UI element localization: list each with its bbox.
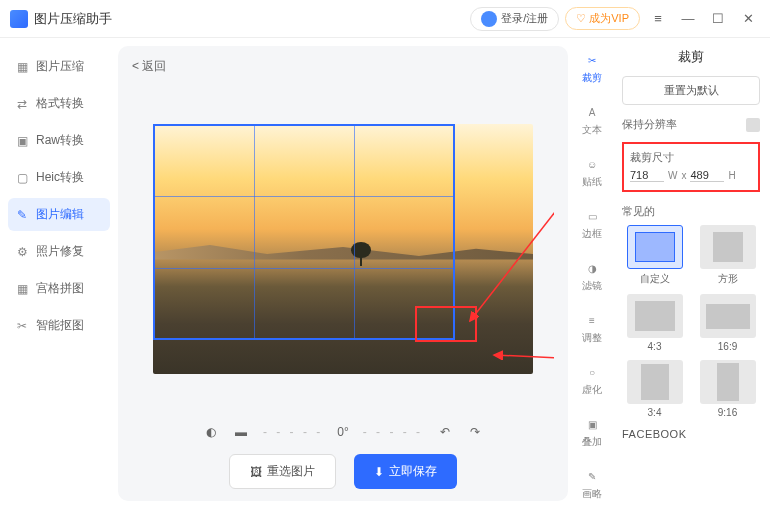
raw-icon: ▣ — [14, 133, 30, 149]
save-button[interactable]: ⬇ 立即保存 — [354, 454, 457, 489]
w-symbol: W — [668, 170, 677, 181]
crop-height-input[interactable] — [690, 169, 724, 182]
image-icon: 🖼 — [250, 465, 262, 479]
keep-ratio-toggle[interactable] — [746, 118, 760, 132]
crop-handle-tr[interactable] — [445, 124, 455, 134]
photo-preview[interactable] — [153, 124, 533, 374]
rail-adjust[interactable]: ≡调整 — [572, 308, 612, 348]
rail-border[interactable]: ▭边框 — [572, 204, 612, 244]
preset-方形[interactable]: 方形 — [695, 225, 760, 286]
login-label: 登录/注册 — [501, 11, 548, 26]
rail-sticker[interactable]: ☺贴纸 — [572, 152, 612, 192]
brush-icon: ✎ — [583, 467, 601, 485]
heart-icon: ♡ — [576, 12, 586, 25]
reselect-button[interactable]: 🖼 重选图片 — [229, 454, 336, 489]
rotation-value: 0° — [337, 425, 348, 439]
x-symbol: x — [681, 170, 686, 181]
sidebar-item-heic[interactable]: ▢Heic转换 — [8, 161, 110, 194]
fit-icon[interactable]: ▬ — [233, 424, 249, 440]
panel-title: 裁剪 — [622, 48, 760, 66]
crop-handle-bl[interactable] — [153, 330, 163, 340]
sidebar-item-format[interactable]: ⇄格式转换 — [8, 87, 110, 120]
vip-button[interactable]: ♡ 成为VIP — [565, 7, 640, 30]
text-icon: A — [583, 103, 601, 121]
sidebar-item-raw[interactable]: ▣Raw转换 — [8, 124, 110, 157]
crop-size-box: 裁剪尺寸 W x H — [622, 142, 760, 192]
canvas-toolbar: ◐ ▬ - - - - - 0° - - - - - ↶ ↷ — [132, 424, 554, 440]
blur-icon: ○ — [583, 363, 601, 381]
preset-9:16[interactable]: 9:16 — [695, 360, 760, 418]
rail-text[interactable]: A文本 — [572, 100, 612, 140]
download-icon: ⬇ — [374, 465, 384, 479]
common-label: 常见的 — [622, 204, 760, 219]
preset-4:3[interactable]: 4:3 — [622, 294, 687, 352]
rail-brush[interactable]: ✎画略 — [572, 464, 612, 504]
slider-left: - - - - - — [263, 425, 323, 439]
login-button[interactable]: 登录/注册 — [470, 7, 559, 31]
adjust-icon: ≡ — [583, 311, 601, 329]
image-icon: ▦ — [14, 59, 30, 75]
close-button[interactable]: ✕ — [736, 7, 760, 31]
rail-overlay[interactable]: ▣叠加 — [572, 412, 612, 452]
preset-16:9[interactable]: 16:9 — [695, 294, 760, 352]
app-title: 图片压缩助手 — [34, 10, 112, 28]
border-icon: ▭ — [583, 207, 601, 225]
reset-button[interactable]: 重置为默认 — [622, 76, 760, 105]
app-logo-icon — [10, 10, 28, 28]
preset-3:4[interactable]: 3:4 — [622, 360, 687, 418]
preset-自定义[interactable]: 自定义 — [622, 225, 687, 286]
rail-blur[interactable]: ○虚化 — [572, 360, 612, 400]
crop-width-input[interactable] — [630, 169, 664, 182]
sidebar-item-cutout[interactable]: ✂智能抠图 — [8, 309, 110, 342]
sidebar-item-repair[interactable]: ⚙照片修复 — [8, 235, 110, 268]
compare-icon[interactable]: ◐ — [203, 424, 219, 440]
sidebar-item-edit[interactable]: ✎图片编辑 — [8, 198, 110, 231]
crop-panel: 裁剪 重置为默认 保持分辨率 裁剪尺寸 W x H 常见的 自定义方形4:316… — [612, 38, 770, 509]
rail-crop[interactable]: ✂裁剪 — [572, 48, 612, 88]
rotate-cw-icon[interactable]: ↷ — [467, 424, 483, 440]
vip-label: 成为VIP — [589, 11, 629, 26]
heic-icon: ▢ — [14, 170, 30, 186]
tool-rail: ✂裁剪 A文本 ☺贴纸 ▭边框 ◑滤镜 ≡调整 ○虚化 ▣叠加 ✎画略 — [572, 38, 612, 509]
crop-handle-tl[interactable] — [153, 124, 163, 134]
filter-icon: ◑ — [583, 259, 601, 277]
rotate-ccw-icon[interactable]: ↶ — [437, 424, 453, 440]
h-symbol: H — [728, 170, 735, 181]
maximize-button[interactable]: ☐ — [706, 7, 730, 31]
overlay-icon: ▣ — [583, 415, 601, 433]
crop-size-label: 裁剪尺寸 — [630, 150, 752, 165]
repair-icon: ⚙ — [14, 244, 30, 260]
convert-icon: ⇄ — [14, 96, 30, 112]
grid-icon: ▦ — [14, 281, 30, 297]
avatar-icon — [481, 11, 497, 27]
crop-icon: ✂ — [583, 51, 601, 69]
edit-icon: ✎ — [14, 207, 30, 223]
slider-right: - - - - - — [363, 425, 423, 439]
menu-button[interactable]: ≡ — [646, 7, 670, 31]
minimize-button[interactable]: — — [676, 7, 700, 31]
sticker-icon: ☺ — [583, 155, 601, 173]
preset-grid: 自定义方形4:316:93:49:16 — [622, 225, 760, 418]
canvas-area — [132, 83, 554, 414]
crop-frame[interactable] — [153, 124, 455, 340]
annotation-box — [415, 306, 477, 342]
titlebar: 图片压缩助手 登录/注册 ♡ 成为VIP ≡ — ☐ ✕ — [0, 0, 770, 38]
sidebar-item-collage[interactable]: ▦宫格拼图 — [8, 272, 110, 305]
keep-ratio-label: 保持分辨率 — [622, 117, 677, 132]
facebook-label: FACEBOOK — [622, 428, 760, 440]
rail-filter[interactable]: ◑滤镜 — [572, 256, 612, 296]
cutout-icon: ✂ — [14, 318, 30, 334]
sidebar: ▦图片压缩 ⇄格式转换 ▣Raw转换 ▢Heic转换 ✎图片编辑 ⚙照片修复 ▦… — [0, 38, 118, 509]
sidebar-item-compress[interactable]: ▦图片压缩 — [8, 50, 110, 83]
editor-main: < 返回 ◐ ▬ - - - - — [118, 46, 568, 501]
back-button[interactable]: < 返回 — [132, 58, 554, 75]
